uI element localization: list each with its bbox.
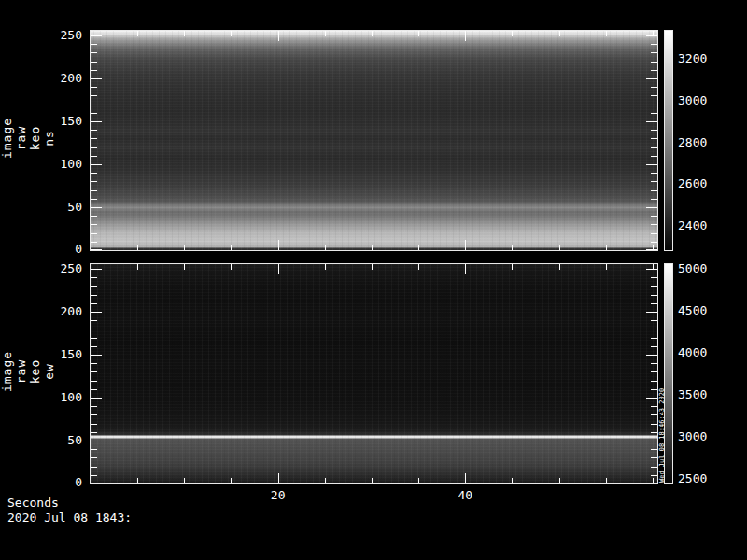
y-tick	[651, 346, 657, 347]
y-tick	[91, 483, 102, 483]
y-tick	[651, 147, 657, 148]
y-tick	[646, 121, 657, 122]
colorbar-tick-label: 3200	[678, 52, 707, 65]
y-tick	[646, 355, 657, 356]
colorbar-tick-label: 2600	[678, 177, 707, 190]
y-tick	[91, 147, 97, 148]
y-tick	[91, 457, 97, 458]
y-tick	[91, 70, 97, 71]
y-tick	[651, 467, 657, 468]
side-timestamp: Wed Jul 08 18:46:43 2020	[658, 388, 666, 483]
y-tick	[651, 414, 657, 415]
x-tick	[606, 264, 607, 270]
y-tick	[91, 432, 97, 433]
y-tick	[91, 467, 97, 468]
y-tick	[651, 406, 657, 407]
y-tick	[91, 277, 97, 278]
y-tick	[91, 355, 102, 356]
y-tick-label: 200	[41, 305, 82, 318]
x-tick	[325, 478, 326, 483]
y-tick	[651, 70, 657, 71]
y-tick	[651, 62, 657, 63]
plot-window: image raw keo ns image raw keo ew Wed Ju…	[0, 0, 747, 560]
y-tick	[91, 199, 97, 200]
y-tick	[91, 381, 97, 382]
y-tick	[91, 269, 102, 270]
x-tick-label: 40	[449, 489, 481, 502]
x-tick	[278, 240, 279, 250]
y-tick	[91, 320, 97, 321]
colorbar-tick-label: 5000	[678, 262, 707, 275]
y-tick	[651, 95, 657, 96]
colorbar-tick-label: 3000	[678, 430, 707, 443]
y-tick	[651, 475, 657, 476]
y-tick	[651, 371, 657, 372]
y-tick	[651, 363, 657, 364]
y-tick	[91, 224, 97, 225]
colorbar-tick-label: 2800	[678, 136, 707, 149]
y-tick	[91, 398, 102, 399]
y-tick-label: 0	[41, 476, 82, 489]
y-tick	[651, 295, 657, 296]
colorbar-ns	[664, 30, 673, 251]
y-tick	[91, 164, 102, 165]
y-tick	[91, 249, 102, 250]
x-tick	[559, 31, 560, 36]
x-tick-label: 20	[262, 489, 294, 502]
y-tick	[91, 78, 102, 79]
x-tick	[418, 264, 419, 270]
x-tick	[372, 31, 373, 36]
y-tick	[651, 320, 657, 321]
x-tick	[137, 478, 138, 483]
colorbar-tick-label: 2500	[678, 472, 707, 485]
y-tick	[651, 457, 657, 458]
x-tick	[559, 264, 560, 270]
y-tick	[651, 105, 657, 105]
y-tick-label: 100	[41, 158, 82, 171]
y-axis-title-word: image	[0, 327, 14, 416]
x-tick	[418, 245, 419, 250]
y-tick	[651, 303, 657, 304]
y-tick-label: 250	[41, 262, 82, 275]
y-tick	[91, 312, 102, 313]
x-tick	[278, 473, 279, 483]
date-label: 2020 Jul 08 1843:	[7, 511, 132, 525]
y-axis-title-word: keo	[28, 327, 42, 416]
x-tick	[512, 245, 513, 250]
x-tick	[512, 264, 513, 270]
x-tick	[653, 478, 654, 483]
y-tick-label: 150	[41, 348, 82, 361]
y-tick	[91, 52, 97, 53]
y-tick	[91, 424, 97, 425]
keogram-ew-panel	[90, 263, 658, 484]
x-tick	[137, 31, 138, 36]
x-tick	[278, 31, 279, 41]
x-tick	[653, 264, 654, 270]
y-tick	[91, 329, 97, 329]
y-tick	[91, 121, 102, 122]
x-tick	[137, 264, 138, 270]
x-tick	[325, 31, 326, 36]
x-tick	[465, 264, 466, 274]
x-tick	[184, 478, 185, 483]
y-tick-label: 250	[41, 29, 82, 42]
y-tick	[646, 398, 657, 399]
y-tick	[651, 156, 657, 157]
y-tick	[651, 113, 657, 114]
y-tick	[651, 286, 657, 287]
x-tick	[606, 245, 607, 250]
y-tick	[91, 371, 97, 372]
y-tick	[91, 346, 97, 347]
colorbar-tick-label: 4500	[678, 304, 707, 317]
y-tick	[651, 242, 657, 243]
x-tick	[278, 264, 279, 274]
x-tick	[653, 245, 654, 250]
keogram-ns-image	[91, 31, 657, 250]
y-tick	[651, 181, 657, 182]
y-tick	[91, 105, 97, 105]
x-tick	[606, 478, 607, 483]
x-tick	[559, 478, 560, 483]
y-tick	[91, 113, 97, 114]
y-tick	[91, 242, 97, 243]
x-tick	[372, 478, 373, 483]
